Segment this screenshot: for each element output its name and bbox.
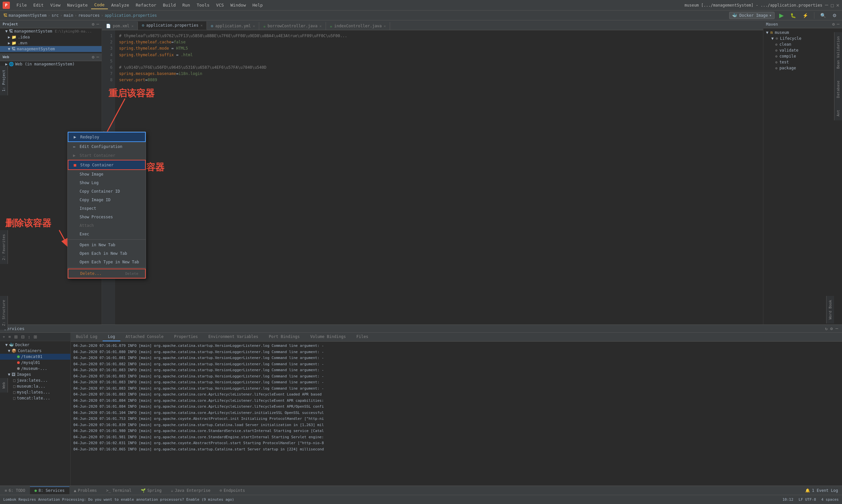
- bottom-tab-problems[interactable]: ▲ Problems: [69, 487, 102, 494]
- ctx-stop-container[interactable]: ■ Stop Container: [68, 160, 146, 170]
- docker-root[interactable]: ▼ 🐳 Docker: [0, 342, 70, 348]
- ctx-redeploy[interactable]: ▶ Redeploy: [68, 132, 146, 142]
- maven-validate[interactable]: ⚙ validate: [764, 47, 842, 53]
- ctx-open-new-tab[interactable]: Open in New Tab: [68, 241, 146, 249]
- services-refresh[interactable]: ↻: [825, 326, 828, 331]
- tab-build-log[interactable]: Build Log: [71, 333, 103, 341]
- tab-borrow-controller[interactable]: ☕ borrowController.java ✕: [259, 22, 326, 30]
- bottom-tab-terminal[interactable]: >_ Terminal: [102, 487, 136, 494]
- container-museum[interactable]: /museum-...: [0, 365, 70, 372]
- breadcrumb-src[interactable]: src: [52, 13, 59, 18]
- image-mysql[interactable]: □ mysql:lates...: [0, 389, 70, 395]
- run-config-dropdown[interactable]: 🐳 Docker Image ▾: [729, 12, 774, 19]
- menu-refactor[interactable]: Refactor: [132, 1, 160, 9]
- breadcrumb-project[interactable]: managementSystem: [8, 13, 47, 18]
- menu-navigate[interactable]: Navigate: [64, 1, 91, 9]
- tab-environment-variables[interactable]: Environment Variables: [203, 333, 264, 341]
- coverage-button[interactable]: ⚡: [801, 12, 810, 19]
- tree-mvn[interactable]: ▶ 📁 .mvn: [0, 40, 102, 46]
- bottom-tab-spring[interactable]: 🌱 Spring: [136, 487, 166, 494]
- ctx-show-processes[interactable]: Show Processes: [68, 213, 146, 221]
- menu-view[interactable]: View: [47, 1, 64, 9]
- side-panel-ant[interactable]: Ant: [835, 107, 841, 119]
- menu-run[interactable]: Run: [179, 1, 193, 9]
- maximize-btn[interactable]: □: [831, 3, 834, 8]
- tab-port-bindings[interactable]: Port Bindings: [264, 333, 305, 341]
- breadcrumb-resources[interactable]: resources: [78, 13, 100, 18]
- menu-code[interactable]: Code: [91, 1, 108, 9]
- ctx-start-container[interactable]: ▶ Start Container: [68, 151, 146, 160]
- tab-files[interactable]: Files: [351, 333, 374, 341]
- tree-web-module[interactable]: ▶ 🌐 Web (in managementSystem): [0, 61, 102, 67]
- breadcrumb-main[interactable]: main: [64, 13, 73, 18]
- svc-list[interactable]: ≡: [8, 334, 12, 340]
- ctx-open-each-new-tab[interactable]: Open Each in New Tab: [68, 249, 146, 258]
- code-content[interactable]: # thymeleaf\u9875\u9762\u7F13\u5B58\u8BB…: [115, 30, 763, 324]
- menu-help[interactable]: Help: [249, 1, 266, 9]
- side-panel-web[interactable]: Web: [1, 379, 7, 391]
- menu-window[interactable]: Window: [227, 1, 249, 9]
- tab-application-properties[interactable]: ⚙ application.properties ✕: [138, 21, 207, 30]
- ctx-show-image[interactable]: Show Image: [68, 170, 146, 179]
- container-mysql01[interactable]: /mysql01: [0, 360, 70, 365]
- ctx-inspect[interactable]: Inspect: [68, 204, 146, 213]
- maven-lifecycle[interactable]: ▼ ⊙ Lifecycle: [764, 36, 842, 41]
- panel-minimize[interactable]: ─: [96, 22, 99, 26]
- svc-collapse[interactable]: ⊞: [33, 334, 38, 340]
- svc-add[interactable]: +: [2, 334, 6, 340]
- ctx-delete[interactable]: Delete... Delete: [68, 269, 146, 278]
- side-panel-project[interactable]: 1: Project: [1, 67, 7, 94]
- maven-settings[interactable]: ⚙: [832, 22, 835, 26]
- svc-filter[interactable]: ⊟: [20, 334, 25, 340]
- close-btn[interactable]: ✕: [836, 2, 839, 8]
- tab-index-controller[interactable]: ☕ indexController.java ✕: [326, 22, 390, 30]
- tree-management-system-sub[interactable]: ▼ 🏗 managementSystem: [0, 46, 102, 52]
- breadcrumb-file[interactable]: application.properties: [105, 13, 157, 18]
- debug-button[interactable]: 🐛: [788, 12, 798, 19]
- services-settings[interactable]: ⚙: [830, 326, 833, 331]
- image-java[interactable]: □ java:lates...: [0, 377, 70, 383]
- tab-appyml-close[interactable]: ✕: [253, 24, 255, 28]
- tab-application-yml[interactable]: ⚙ application.yml ✕: [207, 22, 259, 30]
- maven-compile[interactable]: ⚙ compile: [764, 53, 842, 59]
- run-button[interactable]: ▶: [777, 11, 786, 20]
- maven-project[interactable]: ▼ m museum: [764, 30, 842, 36]
- tab-borrow-close[interactable]: ✕: [319, 24, 322, 28]
- maven-clean[interactable]: ⚙ clean: [764, 41, 842, 47]
- containers-root[interactable]: ▼ 📦 Containers: [0, 348, 70, 354]
- search-everywhere-btn[interactable]: 🔍: [818, 12, 828, 19]
- menu-file[interactable]: File: [13, 1, 30, 9]
- tab-properties[interactable]: Properties: [169, 333, 203, 341]
- bottom-tab-todo[interactable]: ≡ 6: TODO: [0, 487, 30, 494]
- side-panel-structure[interactable]: Z: Structure: [1, 297, 7, 328]
- ctx-edit-configuration[interactable]: ✏ Edit Configuration: [68, 142, 146, 151]
- tab-volume-bindings[interactable]: Volume Bindings: [305, 333, 351, 341]
- image-museum[interactable]: □ museum:la...: [0, 383, 70, 389]
- log-area[interactable]: 04-Jun-2020 07:16:01.079 INFO [main] org…: [71, 342, 842, 486]
- menu-analyze[interactable]: Analyze: [108, 1, 132, 9]
- side-panel-favorites[interactable]: 2: Favorites: [1, 231, 7, 263]
- maven-package[interactable]: ⚙ package: [764, 65, 842, 71]
- ctx-exec[interactable]: Exec: [68, 230, 146, 238]
- settings-btn[interactable]: ⚙: [830, 12, 839, 19]
- maven-test[interactable]: ⚙ test: [764, 59, 842, 65]
- ctx-open-each-type-new-tab[interactable]: Open Each Type in New Tab: [68, 258, 146, 266]
- tab-pom-xml[interactable]: 📄 pom.xml ✕: [102, 22, 138, 30]
- bottom-tab-services[interactable]: ● 8: Services: [30, 487, 69, 494]
- code-editor[interactable]: 1 2 3 4 5 6 7 8 # thymeleaf\u9875\u9762\…: [102, 30, 763, 324]
- ctx-attach[interactable]: Attach: [68, 221, 146, 230]
- event-log[interactable]: 🔔 1 Event Log: [801, 488, 842, 493]
- minimize-btn[interactable]: ─: [825, 2, 828, 8]
- ctx-copy-image-id[interactable]: Copy Image ID: [68, 196, 146, 204]
- tab-attached-console[interactable]: Attached Console: [120, 333, 169, 341]
- images-root[interactable]: ▼ 🖼 Images: [0, 372, 70, 377]
- menu-vcs[interactable]: VCS: [213, 1, 227, 9]
- menu-edit[interactable]: Edit: [30, 1, 47, 9]
- tab-log[interactable]: Log: [103, 333, 120, 341]
- image-tomcat[interactable]: □ tomcat:late...: [0, 395, 70, 401]
- bottom-tab-endpoints[interactable]: ⊙ Endpoints: [215, 487, 250, 494]
- tab-index-close[interactable]: ✕: [384, 24, 386, 28]
- menu-tools[interactable]: Tools: [193, 1, 213, 9]
- services-minimize[interactable]: ─: [836, 326, 838, 331]
- side-panel-word-book[interactable]: Word Book: [827, 297, 834, 322]
